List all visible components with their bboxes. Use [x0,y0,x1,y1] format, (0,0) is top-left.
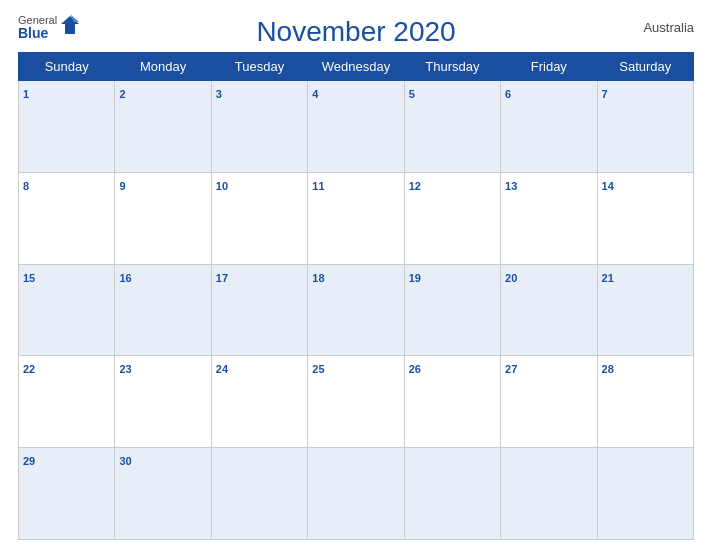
calendar-week-row: 1234567 [19,81,694,173]
calendar-cell: 1 [19,81,115,173]
weekday-thursday: Thursday [404,53,500,81]
calendar-cell: 12 [404,172,500,264]
calendar-cell: 6 [501,81,597,173]
calendar-cell: 14 [597,172,693,264]
calendar-cell: 7 [597,81,693,173]
logo-bird-icon [61,14,79,40]
calendar-cell: 8 [19,172,115,264]
day-number: 20 [505,272,517,284]
weekday-sunday: Sunday [19,53,115,81]
day-number: 26 [409,363,421,375]
day-number: 22 [23,363,35,375]
calendar-table: SundayMondayTuesdayWednesdayThursdayFrid… [18,52,694,540]
day-number: 8 [23,180,29,192]
month-title: November 2020 [256,16,455,48]
calendar-cell [308,448,404,540]
calendar-cell: 25 [308,356,404,448]
svg-marker-0 [61,16,79,34]
day-number: 24 [216,363,228,375]
calendar-cell: 28 [597,356,693,448]
day-number: 11 [312,180,324,192]
calendar-cell: 2 [115,81,211,173]
calendar-week-row: 2930 [19,448,694,540]
calendar-cell: 10 [211,172,307,264]
calendar-cell: 18 [308,264,404,356]
logo: General Blue [18,14,79,41]
calendar-header: General Blue November 2020 Australia [18,10,694,48]
day-number: 16 [119,272,131,284]
day-number: 30 [119,455,131,467]
day-number: 28 [602,363,614,375]
weekday-wednesday: Wednesday [308,53,404,81]
calendar-cell: 17 [211,264,307,356]
day-number: 29 [23,455,35,467]
day-number: 21 [602,272,614,284]
calendar-cell: 30 [115,448,211,540]
calendar-cell: 15 [19,264,115,356]
day-number: 12 [409,180,421,192]
day-number: 9 [119,180,125,192]
weekday-friday: Friday [501,53,597,81]
calendar-cell [404,448,500,540]
calendar-cell [501,448,597,540]
calendar-cell: 16 [115,264,211,356]
weekday-tuesday: Tuesday [211,53,307,81]
day-number: 6 [505,88,511,100]
calendar-cell: 3 [211,81,307,173]
calendar-cell: 23 [115,356,211,448]
day-number: 2 [119,88,125,100]
calendar-cell [211,448,307,540]
calendar-cell: 11 [308,172,404,264]
day-number: 18 [312,272,324,284]
calendar-cell: 22 [19,356,115,448]
day-number: 25 [312,363,324,375]
weekday-saturday: Saturday [597,53,693,81]
day-number: 15 [23,272,35,284]
calendar-cell: 5 [404,81,500,173]
calendar-cell: 24 [211,356,307,448]
calendar-week-row: 22232425262728 [19,356,694,448]
calendar-cell [597,448,693,540]
day-number: 4 [312,88,318,100]
calendar-cell: 21 [597,264,693,356]
weekday-header-row: SundayMondayTuesdayWednesdayThursdayFrid… [19,53,694,81]
day-number: 5 [409,88,415,100]
calendar-cell: 4 [308,81,404,173]
day-number: 1 [23,88,29,100]
calendar-cell: 29 [19,448,115,540]
day-number: 14 [602,180,614,192]
calendar-cell: 19 [404,264,500,356]
day-number: 19 [409,272,421,284]
logo-blue-text: Blue [18,26,57,41]
calendar-cell: 9 [115,172,211,264]
day-number: 3 [216,88,222,100]
calendar-week-row: 15161718192021 [19,264,694,356]
calendar-week-row: 891011121314 [19,172,694,264]
day-number: 13 [505,180,517,192]
calendar-cell: 20 [501,264,597,356]
day-number: 17 [216,272,228,284]
calendar-cell: 13 [501,172,597,264]
day-number: 7 [602,88,608,100]
calendar-cell: 27 [501,356,597,448]
day-number: 27 [505,363,517,375]
day-number: 23 [119,363,131,375]
day-number: 10 [216,180,228,192]
calendar-cell: 26 [404,356,500,448]
country-label: Australia [643,20,694,35]
weekday-monday: Monday [115,53,211,81]
